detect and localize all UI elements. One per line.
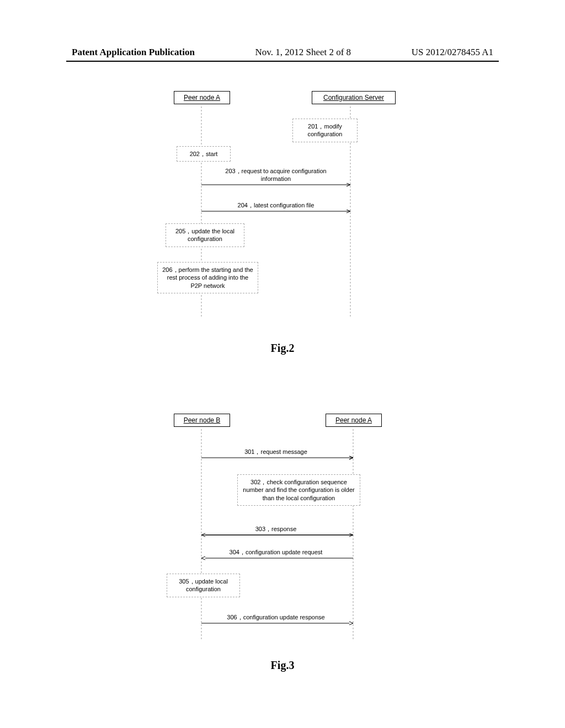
page-header: Patent Application Publication Nov. 1, 2… [0,47,565,58]
header-right: US 2012/0278455 A1 [412,47,493,58]
fig3-step-305: 305，update local configuration [167,574,240,597]
fig2-msg-204: 204，latest configuration file [210,201,342,210]
header-center: Nov. 1, 2012 Sheet 2 of 8 [255,47,351,58]
fig2-step-202: 202，start [177,146,231,162]
fig3-label: Fig.3 [0,659,565,672]
figure-3: Peer node B Peer node A 301，request mess… [166,414,386,645]
fig2-actor-right: Configuration Server [312,91,396,104]
fig3-msg-303: 303，response [210,525,342,533]
fig2-step-206: 206，perform the starting and the rest pr… [157,262,258,293]
fig2-msg-203: 203，request to acquire configuration inf… [210,167,342,182]
fig2-step-201: 201，modify configuration [292,119,358,142]
fig3-step-302: 302，check configuration sequence number … [237,474,360,506]
fig3-msg-304: 304，configuration update request [210,548,342,556]
fig3-msg-301: 301，request message [210,448,342,456]
fig2-step-205: 205，update the local configuration [166,223,244,247]
fig2-label: Fig.2 [0,342,565,355]
header-left: Patent Application Publication [72,47,195,58]
figure-2: Peer node A Configuration Server 201，mod… [166,91,386,323]
header-rule [66,61,499,62]
fig3-actor-left: Peer node B [174,414,230,427]
fig3-msg-306: 306，configuration update response [210,613,342,622]
fig2-actor-left: Peer node A [174,91,230,104]
fig3-actor-right: Peer node A [326,414,382,427]
